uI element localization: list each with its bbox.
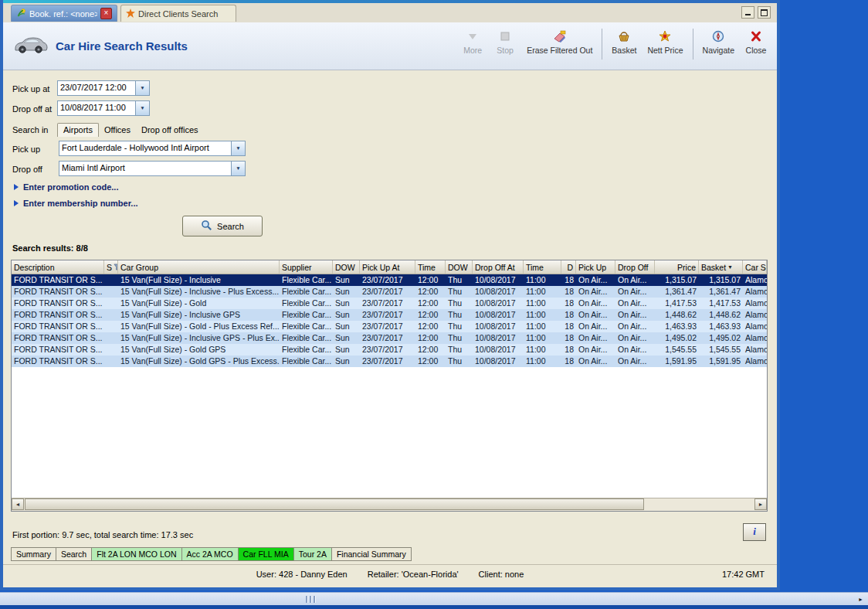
column-header-car-su[interactable]: Car Su (743, 260, 767, 274)
column-header-pick-up[interactable]: Pick Up (576, 260, 615, 274)
cell: 11:00 (524, 332, 561, 344)
column-header-drop-off-at[interactable]: Drop Off At (473, 260, 524, 274)
scroll-left-icon[interactable]: ◄ (12, 498, 24, 510)
bottom-tab-car-fll-mia[interactable]: Car FLL MIA (238, 547, 294, 561)
statusbar-user: User: 428 - Danny Eden (256, 570, 348, 579)
result-row[interactable]: FORD TRANSIT OR S...15 Van(Full Size) - … (12, 356, 767, 367)
promotion-code-label: Enter promotion code... (23, 182, 118, 192)
bottom-tab-flt-2a-lon-mco-lon[interactable]: Flt 2A LON MCO LON (91, 547, 181, 561)
tab-booking-ref[interactable]: Book. ref.: <none> × (11, 5, 117, 22)
tab-direct-clients-search[interactable]: Direct Clients Search (120, 5, 236, 22)
search-in-tab-drop-off-offices[interactable]: Drop off offices (136, 124, 204, 137)
column-header-time[interactable]: Time (524, 260, 561, 274)
column-header-supplier[interactable]: Supplier (280, 260, 333, 274)
dropoff-location-select[interactable]: Miami Intl Airport ▼ (59, 161, 246, 176)
statusbar-retailer: Retailer: 'Ocean-Florida' (368, 570, 459, 579)
result-row[interactable]: FORD TRANSIT OR S...15 Van(Full Size) - … (12, 332, 767, 344)
bottom-tab-acc-2a-mco[interactable]: Acc 2A MCO (181, 547, 239, 561)
chevron-down-icon[interactable]: ▼ (135, 101, 149, 115)
search-button[interactable]: Search (182, 216, 263, 236)
bottom-tab-search[interactable]: Search (56, 547, 92, 561)
column-header-dow[interactable]: DOW (333, 260, 360, 274)
results-summary: Search results: 8/8 (12, 243, 88, 253)
scroll-right-icon[interactable]: ► (754, 498, 767, 510)
cell: On Air... (615, 332, 655, 344)
search-in-tab-airports[interactable]: Airports (57, 123, 99, 137)
outer-scroll-right-icon[interactable]: ► (856, 594, 866, 604)
membership-number-expander[interactable]: Enter membership number... (14, 199, 138, 208)
cell: Alamo (743, 344, 767, 356)
cell: 23/07/2017 (360, 332, 415, 344)
cell: 1,591.95 (699, 356, 743, 367)
column-header-car-group[interactable]: Car Group (118, 260, 280, 274)
basket-button[interactable]: Basket (606, 27, 642, 56)
cell: 15 Van(Full Size) - Inclusive GPS (118, 309, 280, 321)
result-row[interactable]: FORD TRANSIT OR S...15 Van(Full Size) - … (12, 309, 767, 321)
cell: FORD TRANSIT OR S... (12, 332, 104, 344)
cell: Flexible Car... (280, 321, 333, 332)
pickup-location-select[interactable]: Fort Lauderdale - Hollywood Intl Airport… (59, 141, 246, 156)
nett-price-button[interactable]: Nett Price (642, 27, 688, 56)
column-label: Car Group (120, 263, 158, 272)
cell: 18 (561, 321, 576, 332)
column-header-d[interactable]: D (561, 260, 576, 274)
column-header-pick-up-at[interactable]: Pick Up At (360, 260, 415, 274)
close-button[interactable]: Close (740, 27, 772, 56)
column-label: DOW (448, 263, 468, 272)
grid-body: FORD TRANSIT OR S...15 Van(Full Size) - … (12, 274, 767, 367)
bottom-tab-financial-summary[interactable]: Financial Summary (331, 547, 412, 561)
search-in-label: Search in (12, 125, 48, 134)
statusbar-time: 17:42 GMT (722, 570, 765, 579)
cell: FORD TRANSIT OR S... (12, 309, 104, 321)
scrollbar-grip-icon[interactable] (306, 596, 316, 603)
result-row[interactable]: FORD TRANSIT OR S...15 Van(Full Size) - … (12, 344, 767, 356)
cell: 11:00 (524, 309, 561, 321)
navigate-button[interactable]: Navigate (697, 27, 740, 56)
column-header-time[interactable]: Time (415, 260, 446, 274)
cell: 1,463.93 (699, 321, 743, 332)
maximize-button[interactable] (758, 6, 771, 19)
column-label: Drop Off At (475, 263, 515, 272)
result-row[interactable]: FORD TRANSIT OR S...15 Van(Full Size) - … (12, 274, 767, 286)
result-row[interactable]: FORD TRANSIT OR S...15 Van(Full Size) - … (12, 321, 767, 332)
app-window: Book. ref.: <none> × Direct Clients Sear… (0, 0, 780, 590)
cell: Alamo (743, 356, 767, 367)
column-header-price[interactable]: Price (655, 260, 699, 274)
dropoff-at-field[interactable]: 10/08/2017 11:00 ▼ (57, 100, 150, 116)
pickup-at-field[interactable]: 23/07/2017 12:00 ▼ (57, 80, 150, 96)
promotion-code-expander[interactable]: Enter promotion code... (14, 182, 118, 192)
cell: Sun (333, 321, 360, 332)
erase-filtered-out-button[interactable]: Erase Filtered Out (521, 27, 598, 56)
nett-price-button-label: Nett Price (647, 46, 683, 55)
info-button[interactable]: i (743, 523, 766, 541)
column-label: Drop Off (618, 263, 649, 272)
column-header-basket[interactable]: Basket▼ (699, 260, 743, 274)
cell: On Air... (615, 298, 655, 309)
outer-hscrollbar[interactable]: ► (0, 592, 868, 606)
bottom-tab-summary[interactable]: Summary (11, 547, 56, 561)
chevron-down-icon[interactable]: ▼ (135, 81, 149, 95)
cell: Sun (333, 309, 360, 321)
chevron-down-icon[interactable]: ▼ (231, 162, 245, 175)
minimize-button[interactable] (741, 6, 754, 19)
scrollbar-thumb[interactable] (25, 498, 644, 510)
cell: On Air... (576, 356, 615, 367)
result-row[interactable]: FORD TRANSIT OR S...15 Van(Full Size) - … (12, 286, 767, 298)
stop-button: Stop (489, 27, 521, 56)
column-header-description[interactable]: Description (12, 260, 104, 274)
cell: Sun (333, 356, 360, 367)
search-in-tab-offices[interactable]: Offices (99, 124, 136, 137)
window-buttons (741, 6, 771, 19)
grid-header: DescriptionSCar GroupSupplierDOWPick Up … (12, 260, 767, 274)
chevron-down-icon[interactable]: ▼ (231, 141, 245, 155)
column-header-s[interactable]: S (104, 260, 118, 274)
result-row[interactable]: FORD TRANSIT OR S...15 Van(Full Size) - … (12, 298, 767, 309)
bottom-tab-tour-2a[interactable]: Tour 2A (293, 547, 332, 561)
cell: On Air... (615, 344, 655, 356)
column-header-dow[interactable]: DOW (446, 260, 473, 274)
stop-button-label: Stop (497, 46, 514, 55)
column-header-drop-off[interactable]: Drop Off (615, 260, 655, 274)
tab-close-icon[interactable]: × (100, 8, 112, 19)
column-label: Price (677, 263, 696, 272)
column-label: Description (14, 263, 55, 272)
